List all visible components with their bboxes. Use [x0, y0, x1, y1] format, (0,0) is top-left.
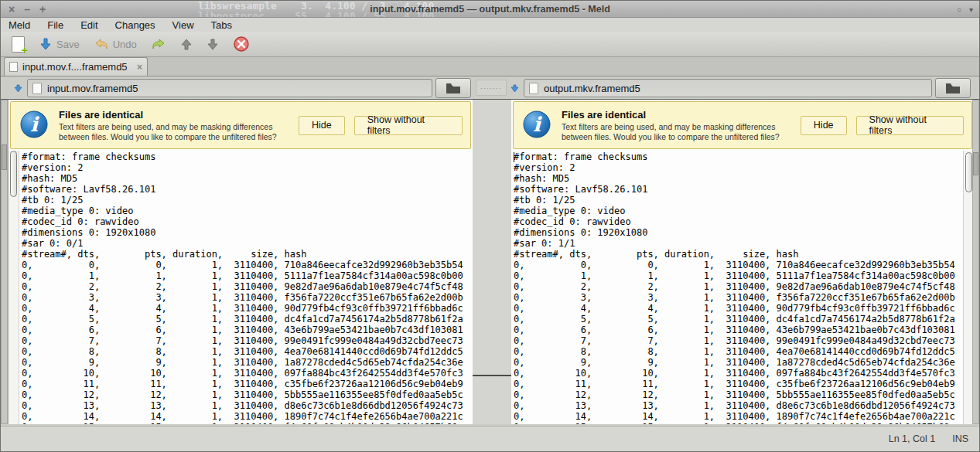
previous-change-button[interactable]: [176, 36, 197, 53]
banner-title: Files are identical: [562, 109, 791, 121]
show-without-filters-button[interactable]: Show without filters: [856, 116, 964, 135]
right-open-file-button[interactable]: [935, 78, 971, 98]
next-change-button[interactable]: [202, 36, 224, 53]
menu-file[interactable]: File: [47, 19, 63, 31]
new-document-icon: +: [12, 36, 25, 53]
info-icon: i: [19, 108, 50, 142]
left-path-entry[interactable]: input.mov.framemd5: [27, 79, 432, 97]
comparison-content: i Files are identical Text filters are b…: [1, 100, 979, 427]
redo-button[interactable]: [146, 36, 171, 53]
left-pane-header: input.mov.framemd5: [12, 79, 471, 97]
hide-button[interactable]: Hide: [299, 116, 345, 135]
menu-edit[interactable]: Edit: [80, 19, 97, 31]
tab-comparison[interactable]: input.mov.f....framemd5 ×: [4, 57, 148, 76]
cursor-position-label: Ln 1, Col 1: [889, 433, 935, 444]
right-pane-header: output.mkv.framemd5: [508, 79, 971, 97]
titlebar: libswresample 3. 4.100 / 3. 4.100 libpos…: [1, 1, 979, 18]
undo-button[interactable]: Undo: [89, 36, 142, 53]
menu-meld[interactable]: Meld: [9, 19, 30, 31]
file-icon: [529, 83, 538, 94]
right-overview-map[interactable]: [972, 100, 979, 424]
menubar: Meld File Edit Changes View Tabs: [1, 18, 979, 32]
window-title: input.mov.framemd5 — output.mkv.framemd5…: [1, 1, 979, 18]
banner-title: Files are identical: [59, 109, 289, 121]
file-icon: [32, 83, 42, 94]
right-file-pane: i Files are identical Text filters are b…: [511, 100, 974, 424]
tab-page-icon: [9, 62, 18, 72]
arrow-down-icon: [207, 38, 219, 51]
titlebar-chevron-down-icon[interactable]: ▾: [969, 5, 973, 14]
insert-mode-label: INS: [952, 433, 968, 444]
titlebar-circle-icon[interactable]: ○: [957, 5, 961, 14]
tab-bar: input.mov.f....framemd5 ×: [1, 57, 979, 76]
toolbar: + Save Undo: [1, 32, 979, 57]
arrow-up-icon: [180, 38, 193, 51]
left-file-content: #format: frame checksums #version: 2 #ha…: [19, 151, 473, 424]
right-file-dropdown-icon[interactable]: [508, 80, 521, 97]
text-cursor: [514, 152, 514, 162]
right-text-view[interactable]: #format: frame checksums #version: 2 #ha…: [511, 151, 961, 424]
stop-button[interactable]: [228, 34, 254, 54]
menu-view[interactable]: View: [172, 19, 194, 31]
banner-body: Text filters are being used, and may be …: [562, 122, 790, 142]
linkmap-line: [473, 375, 511, 376]
tab-label: input.mov.f....framemd5: [22, 61, 128, 73]
left-viewport-indicator: [2, 144, 7, 170]
left-scrollbar[interactable]: [9, 151, 19, 424]
linkmap-gutter: [473, 100, 511, 424]
left-text-view[interactable]: #format: frame checksums #version: 2 #ha…: [19, 151, 473, 424]
left-path-text: input.mov.framemd5: [47, 83, 138, 94]
left-open-file-button[interactable]: [435, 78, 471, 98]
banner-body: Text filters are being used, and may be …: [59, 122, 287, 142]
right-scrollbar-thumb[interactable]: [965, 152, 972, 192]
statusbar: Ln 1, Col 1 INS: [1, 426, 979, 451]
menu-tabs[interactable]: Tabs: [211, 19, 232, 31]
pane-divider-handle[interactable]: ·······: [476, 80, 507, 96]
info-icon: i: [521, 108, 552, 142]
right-file-content: #format: frame checksums #version: 2 #ha…: [511, 151, 961, 424]
undo-arrow-icon: [94, 37, 109, 51]
show-without-filters-button[interactable]: Show without filters: [354, 116, 463, 135]
left-overview-map[interactable]: [1, 100, 8, 424]
new-comparison-button[interactable]: +: [7, 35, 29, 54]
left-file-pane: i Files are identical Text filters are b…: [8, 100, 473, 424]
left-file-dropdown-icon[interactable]: [12, 80, 24, 97]
right-identical-banner: i Files are identical Text filters are b…: [513, 101, 972, 149]
save-button[interactable]: Save: [34, 36, 84, 53]
left-scrollbar-thumb[interactable]: [10, 151, 17, 197]
save-icon: [39, 37, 53, 51]
right-path-entry[interactable]: output.mkv.framemd5: [524, 79, 932, 97]
left-identical-banner: i Files are identical Text filters are b…: [10, 101, 471, 149]
right-viewport-indicator: [973, 152, 978, 175]
right-path-text: output.mkv.framemd5: [544, 83, 640, 94]
stop-icon: [233, 36, 250, 53]
meld-window: libswresample 3. 4.100 / 3. 4.100 libpos…: [0, 0, 980, 452]
tab-close-icon[interactable]: ×: [137, 62, 142, 73]
hide-button[interactable]: Hide: [801, 116, 847, 135]
redo-arrow-icon: [151, 37, 166, 51]
menu-changes[interactable]: Changes: [115, 19, 155, 31]
